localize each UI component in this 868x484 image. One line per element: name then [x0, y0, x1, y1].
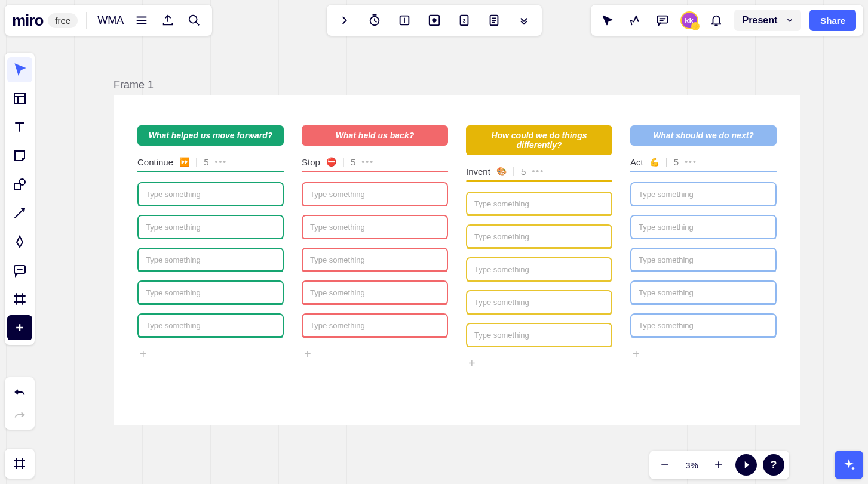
column-divider — [630, 171, 777, 172]
attention-icon[interactable] — [425, 11, 444, 30]
search-icon[interactable] — [183, 10, 205, 31]
expand-icon[interactable] — [335, 11, 354, 30]
retro-board: What helped us move forward? Continue ⏩ … — [114, 95, 800, 390]
card[interactable]: Type something — [302, 215, 448, 239]
column-count: 5 — [351, 157, 355, 167]
card[interactable]: Type something — [302, 313, 448, 338]
present-caret-icon[interactable] — [781, 16, 799, 24]
card[interactable]: Type something — [137, 280, 284, 305]
share-button[interactable]: Share — [809, 10, 856, 31]
fit-screen-button[interactable] — [735, 454, 757, 476]
card[interactable]: Type something — [630, 313, 777, 338]
svg-rect-9 — [14, 93, 25, 104]
help-button[interactable]: ? — [763, 454, 784, 476]
column-continue: What helped us move forward? Continue ⏩ … — [137, 125, 284, 372]
more-tools[interactable] — [7, 315, 32, 340]
column-divider — [302, 171, 448, 172]
column-act: What should we do next? Act 💪 | 5 ••• Ty… — [630, 125, 777, 372]
card[interactable]: Type something — [466, 257, 612, 282]
export-icon[interactable] — [157, 10, 179, 31]
divider — [86, 12, 87, 29]
templates-tool[interactable] — [7, 86, 32, 111]
app-logo[interactable]: miro — [12, 11, 43, 30]
card[interactable]: Type something — [466, 192, 612, 216]
notifications-icon[interactable] — [707, 11, 726, 30]
pen-tool[interactable] — [7, 229, 32, 254]
add-card-button[interactable]: + — [466, 356, 612, 372]
svg-rect-8 — [657, 16, 667, 23]
card[interactable]: Type something — [466, 290, 612, 315]
add-card-button[interactable]: + — [302, 346, 448, 362]
column-menu-icon[interactable]: ••• — [685, 157, 697, 167]
card[interactable]: Type something — [302, 280, 448, 305]
frame-tool[interactable] — [7, 286, 32, 312]
menu-icon[interactable] — [131, 10, 152, 31]
zoom-in-button[interactable]: + — [708, 454, 729, 476]
top-right-toolbar: kk Present Share — [591, 5, 863, 36]
present-button[interactable]: Present — [734, 10, 802, 31]
column-count: 5 — [521, 167, 526, 177]
more-apps-icon[interactable] — [514, 11, 533, 30]
note-icon[interactable] — [484, 11, 504, 30]
add-card-button[interactable]: + — [137, 346, 284, 362]
reactions-icon[interactable] — [625, 11, 645, 30]
frames-panel-button[interactable] — [5, 449, 35, 479]
zoom-out-button[interactable]: − — [654, 454, 676, 476]
column-subheader: Act 💪 | 5 ••• — [630, 156, 777, 167]
frame-label[interactable]: Frame 1 — [114, 79, 154, 91]
redo-button[interactable] — [7, 403, 32, 426]
left-toolbar — [5, 53, 35, 345]
column-count: 5 — [204, 157, 208, 167]
column-invent: How could we do things differently? Inve… — [466, 125, 612, 372]
column-menu-icon[interactable]: ••• — [361, 157, 374, 167]
column-emoji-icon: 🎨 — [496, 167, 507, 176]
column-emoji-icon: 💪 — [649, 157, 660, 167]
line-tool[interactable] — [7, 201, 32, 226]
column-menu-icon[interactable]: ••• — [532, 167, 544, 176]
zoom-level[interactable]: 3% — [678, 460, 706, 470]
cursor-collab-icon[interactable] — [598, 11, 617, 30]
card[interactable]: Type something — [630, 280, 777, 305]
card[interactable]: Type something — [137, 248, 284, 272]
column-name: Invent — [466, 167, 490, 177]
column-name: Act — [630, 157, 643, 167]
text-tool[interactable] — [7, 115, 32, 140]
card[interactable]: Type something — [630, 248, 777, 272]
card[interactable]: Type something — [302, 248, 448, 272]
card[interactable]: Type something — [630, 182, 777, 206]
column-header[interactable]: How could we do things differently? — [466, 125, 612, 155]
select-tool[interactable] — [7, 57, 32, 82]
user-avatar[interactable]: kk — [680, 11, 698, 29]
svg-point-11 — [19, 179, 25, 185]
sticky-note-tool[interactable] — [7, 143, 32, 168]
card[interactable]: Type something — [630, 215, 777, 239]
voting-icon[interactable] — [395, 11, 414, 30]
board-name[interactable]: WMA — [95, 14, 126, 27]
column-stop: What held us back? Stop ⛔ | 5 ••• Type s… — [302, 125, 448, 372]
present-label: Present — [743, 15, 778, 26]
add-card-button[interactable]: + — [630, 346, 777, 362]
card[interactable]: Type something — [466, 224, 612, 249]
zoom-bar: − 3% + ? — [649, 451, 789, 479]
ai-assist-button[interactable] — [835, 451, 863, 479]
column-menu-icon[interactable]: ••• — [215, 157, 228, 167]
column-header[interactable]: What helped us move forward? — [137, 125, 284, 146]
comment-tool[interactable] — [7, 258, 32, 283]
column-subheader: Stop ⛔ | 5 ••• — [302, 156, 448, 167]
column-divider — [466, 180, 612, 182]
card[interactable]: Type something — [137, 313, 284, 338]
column-header[interactable]: What should we do next? — [630, 125, 777, 146]
comments-icon[interactable] — [653, 11, 672, 30]
frame-1[interactable]: What helped us move forward? Continue ⏩ … — [114, 95, 800, 425]
shape-tool[interactable] — [7, 172, 32, 197]
column-header[interactable]: What held us back? — [302, 125, 448, 146]
column-name: Stop — [302, 157, 320, 167]
card[interactable]: Type something — [466, 323, 612, 347]
card[interactable]: Type something — [302, 182, 448, 206]
timer-icon[interactable] — [365, 11, 384, 30]
estimate-icon[interactable]: 3 — [455, 11, 474, 30]
card[interactable]: Type something — [137, 182, 284, 206]
undo-button[interactable] — [7, 381, 32, 403]
card[interactable]: Type something — [137, 215, 284, 239]
plan-pill[interactable]: free — [48, 13, 78, 28]
